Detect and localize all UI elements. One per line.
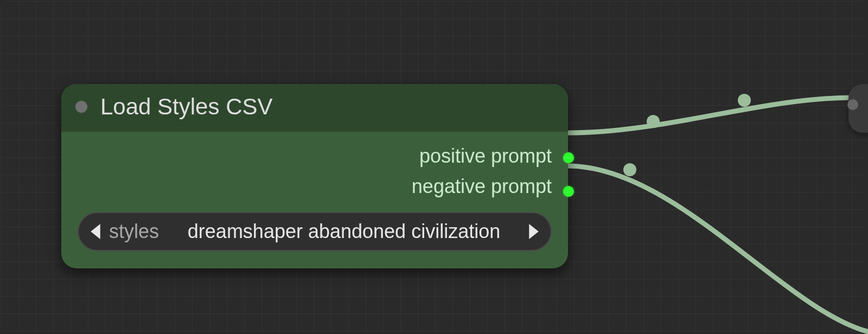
output-label: positive prompt [419, 145, 552, 168]
output-positive-prompt[interactable]: positive prompt [78, 145, 552, 168]
output-negative-prompt[interactable]: negative prompt [78, 175, 552, 198]
node-header[interactable]: Load Styles CSV [61, 84, 568, 132]
output-label: negative prompt [412, 175, 552, 198]
input-port[interactable] [847, 99, 858, 110]
node-body: positive prompt negative prompt styles d… [61, 132, 568, 268]
output-port-negative[interactable] [563, 186, 574, 197]
adjacent-node[interactable] [848, 84, 868, 133]
styles-selector[interactable]: styles dreamshaper abandoned civilizatio… [78, 212, 552, 251]
node-load-styles-csv[interactable]: Load Styles CSV positive prompt negative… [61, 84, 568, 268]
svg-marker-4 [529, 224, 539, 239]
previous-arrow-icon[interactable] [91, 224, 100, 239]
next-arrow-icon[interactable] [529, 224, 539, 239]
node-title: Load Styles CSV [100, 94, 273, 120]
widget-value[interactable]: dreamshaper abandoned civilization [165, 220, 522, 243]
widget-label: styles [109, 220, 159, 243]
svg-marker-3 [91, 224, 100, 239]
node-status-indicator [75, 101, 87, 113]
output-port-positive[interactable] [563, 152, 574, 163]
